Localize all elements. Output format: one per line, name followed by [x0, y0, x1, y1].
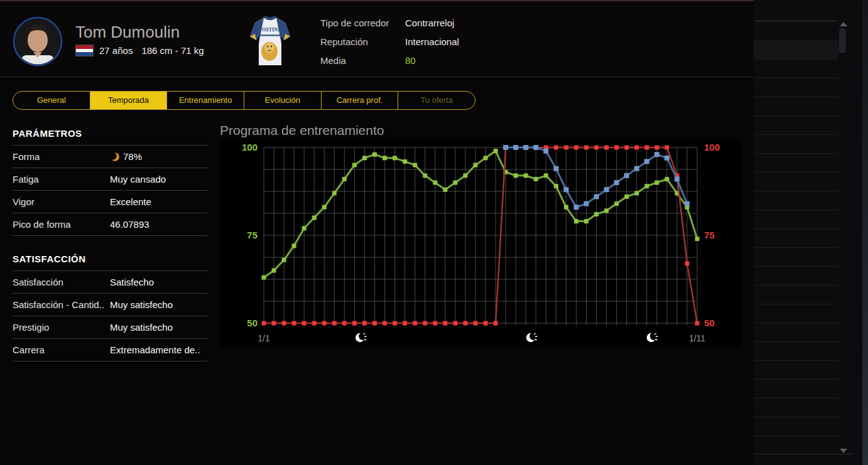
rider-header: Tom Dumoulin 27 años186 cm - 71 kg FOSTI… [0, 1, 754, 77]
training-chart-svg: 100100757550501/11/11 [220, 139, 741, 347]
info-value: Internacional [405, 33, 459, 51]
param-row-vigor: Vigor Excelente [13, 190, 207, 213]
section-title: PARÁMETROS [13, 126, 207, 145]
param-row-forma: Forma 78% [13, 145, 207, 168]
rider-age: 27 años [99, 45, 133, 56]
tab-temporada[interactable]: Temporada [90, 92, 168, 109]
selected-list-row[interactable] [754, 40, 838, 60]
rider-name: Tom Dumoulin [75, 23, 180, 42]
team-jersey-image: FOSTINA [249, 15, 291, 68]
tab-entrenamiento[interactable]: Entrenamiento [167, 92, 244, 109]
svg-text:100: 100 [704, 142, 720, 152]
satisf-row-satisfaccion: Satisfacción Satisfecho [13, 270, 207, 293]
tab-general[interactable]: General [13, 92, 90, 109]
parameters-section: PARÁMETROS Forma 78% Fatiga Muy cansado … [13, 126, 207, 236]
rider-avatar [13, 16, 63, 67]
tab-tu-oferta[interactable]: Tu oferta [398, 92, 475, 109]
svg-text:75: 75 [247, 230, 258, 240]
info-label: Reputación [320, 33, 405, 51]
svg-text:100: 100 [242, 142, 258, 152]
panel-bottom-divider [754, 454, 853, 454]
info-row-reputation: Reputación Internacional [320, 33, 584, 51]
section-title: SATISFACCIÓN [13, 251, 207, 270]
netherlands-flag-icon [75, 45, 94, 56]
param-row-fatiga: Fatiga Muy cansado [13, 168, 207, 190]
header-divider [0, 77, 754, 77]
rider-stats: 27 años186 cm - 71 kg [99, 45, 213, 56]
svg-text:1/11: 1/11 [689, 333, 705, 343]
svg-text:75: 75 [704, 230, 715, 240]
waning-moon-icon [110, 152, 120, 162]
tab-carrera-prof[interactable]: Carrera prof. [322, 92, 399, 109]
satisf-row-carrera: Carrera Extremadamente de.. [13, 338, 207, 361]
rider-info-list: Tipo de corredor Contrarreloj Reputación… [320, 14, 584, 70]
scroll-up-icon[interactable] [840, 22, 847, 26]
profile-tabbar: General Temporada Entrenamiento Evolució… [13, 91, 475, 110]
svg-text:1/1: 1/1 [258, 333, 270, 343]
info-value-average: 80 [405, 51, 416, 70]
panel-divider [756, 21, 837, 21]
svg-text:FOSTINA: FOSTINA [259, 27, 281, 33]
background-list-panel [754, 0, 868, 465]
training-program-chart: 100100757550501/11/11 [220, 139, 741, 347]
info-value: Contrarreloj [405, 14, 454, 33]
svg-text:50: 50 [247, 318, 258, 328]
scrollbar-thumb[interactable] [839, 28, 846, 53]
list-rows [754, 60, 838, 437]
satisfaction-section: SATISFACCIÓN Satisfacción Satisfecho Sat… [13, 251, 207, 361]
satisf-row-cantidad: Satisfacción - Cantid.. Muy satisfecho [13, 293, 207, 316]
window-edge-strip [862, 0, 868, 465]
param-row-pico-de-forma: Pico de forma 46.07893 [13, 213, 207, 236]
rider-size-weight: 186 cm - 71 kg [141, 45, 203, 56]
scroll-down-icon[interactable] [840, 449, 847, 453]
chart-title: Programa de entrenamiento [220, 123, 384, 138]
info-label: Media [320, 51, 405, 70]
svg-text:50: 50 [704, 318, 715, 328]
tab-evolucion[interactable]: Evolución [244, 92, 322, 109]
info-row-rider-type: Tipo de corredor Contrarreloj [320, 14, 584, 33]
satisf-row-prestigio: Prestigio Muy satisfecho [13, 316, 207, 338]
info-row-average: Media 80 [320, 51, 584, 70]
info-label: Tipo de corredor [320, 14, 405, 33]
